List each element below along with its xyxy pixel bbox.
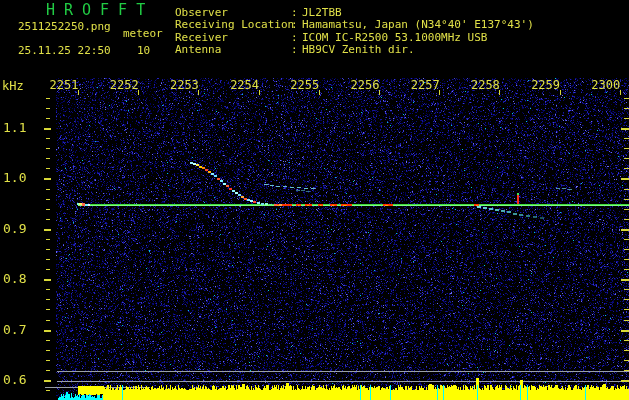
- time-label-2255: 2255: [288, 78, 322, 92]
- time-label-2259: 2259: [529, 78, 563, 92]
- field-value-receiver: ICOM IC-R2500 53.1000MHz USB: [302, 32, 487, 44]
- timestamp: 25.11.25 22:50: [18, 45, 111, 57]
- freq-label-0.8: 0.8: [3, 271, 26, 286]
- freq-label-0.6: 0.6: [3, 372, 26, 387]
- time-label-2257: 2257: [408, 78, 442, 92]
- field-separator: :: [291, 32, 298, 44]
- freq-label-1.0: 1.0: [3, 170, 26, 185]
- time-label-2251: 2251: [47, 78, 81, 92]
- field-separator: :: [291, 44, 298, 56]
- field-separator: :: [291, 7, 298, 19]
- time-label-2258: 2258: [468, 78, 502, 92]
- meteor-count: 10: [137, 45, 150, 57]
- field-value-location: Hamamatsu, Japan (N34°40' E137°43'): [302, 19, 534, 31]
- field-value-antenna: HB9CV Zenith dir.: [302, 44, 415, 56]
- y-axis-unit-label: kHz: [2, 80, 24, 93]
- time-label-2300: 2300: [589, 78, 623, 92]
- field-label-antenna: Antenna: [175, 44, 221, 56]
- time-label-2252: 2252: [107, 78, 141, 92]
- time-label-2254: 2254: [228, 78, 262, 92]
- field-value-observer: JL2TBB: [302, 7, 342, 19]
- field-label-location: Receiving Location: [175, 19, 294, 31]
- time-label-2256: 2256: [348, 78, 382, 92]
- freq-label-1.1: 1.1: [3, 120, 26, 135]
- freq-label-0.9: 0.9: [3, 221, 26, 236]
- text-layer: HROFFT 2511252250.png meteor 25.11.25 22…: [0, 0, 629, 400]
- field-separator: :: [291, 19, 298, 31]
- field-label-observer: Observer: [175, 7, 228, 19]
- app-title: HROFFT: [46, 3, 154, 19]
- filename-label: 2511252250.png: [18, 21, 111, 33]
- mode-label: meteor: [123, 28, 163, 40]
- field-label-receiver: Receiver: [175, 32, 228, 44]
- freq-label-0.7: 0.7: [3, 322, 26, 337]
- time-label-2253: 2253: [167, 78, 201, 92]
- hrofft-output-image: HROFFT 2511252250.png meteor 25.11.25 22…: [0, 0, 629, 400]
